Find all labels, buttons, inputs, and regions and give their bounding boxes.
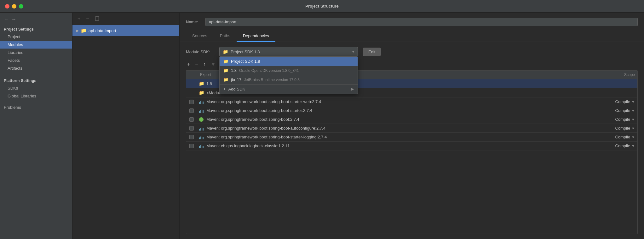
add-module-button[interactable]: + [76, 15, 82, 22]
maven-icon-3 [199, 126, 204, 131]
sdk-dropdown[interactable]: 📁 Project SDK 1.8 ▼ [219, 47, 358, 56]
sidebar-item-problems[interactable]: Problems [0, 102, 72, 111]
dropdown-folder-icon-0: 📁 [223, 59, 228, 64]
deps-icon-1 [198, 108, 205, 113]
deps-up-button[interactable]: ↑ [202, 61, 207, 68]
deps-check-0[interactable] [186, 100, 198, 104]
deps-row-1[interactable]: Maven: org.springframework.boot:spring-b… [186, 106, 637, 115]
dropdown-folder-icon-1: 📁 [223, 68, 228, 73]
tab-sources[interactable]: Sources [186, 30, 214, 42]
scope-arrow-0: ▼ [631, 100, 635, 104]
sdk-dropdown-arrow-icon: ▼ [351, 50, 355, 54]
scope-text-1: Compile [615, 108, 630, 113]
deps-header-scope: Scope [596, 73, 637, 77]
tabs-row: Sources Paths Dependencies [180, 30, 644, 42]
deps-name-0: Maven: org.springframework.boot:spring-b… [205, 99, 596, 104]
add-sdk-arrow-icon: ▶ [351, 87, 354, 91]
deps-add-button[interactable]: + [186, 61, 191, 68]
scope-text-3: Compile [615, 126, 630, 131]
tab-dependencies[interactable]: Dependencies [237, 30, 275, 42]
scope-text-4: Compile [615, 135, 630, 139]
deps-scope-0[interactable]: Compile ▼ [596, 99, 637, 104]
copy-module-button[interactable]: ❐ [94, 15, 101, 22]
checkbox-1[interactable] [189, 108, 194, 113]
maven-icon-4 [199, 135, 204, 139]
nav-back-button[interactable]: ← [4, 16, 9, 22]
deps-row-0[interactable]: Maven: org.springframework.boot:spring-b… [186, 97, 637, 106]
minimize-button[interactable] [12, 4, 16, 9]
deps-row-3[interactable]: Maven: org.springframework.boot:spring-b… [186, 124, 637, 133]
add-sdk-label: Add SDK [228, 87, 245, 91]
sdk-dropdown-popup: 📁 Project SDK 1.8 📁 1.8 Oracle OpenJDK v… [219, 56, 358, 94]
deps-row-5[interactable]: Maven: ch.qos.logback:logback-classic:1.… [186, 142, 637, 150]
deps-scope-4[interactable]: Compile ▼ [596, 135, 637, 139]
checkbox-2[interactable] [189, 117, 194, 122]
module-sdk-row: Module SDK: 📁 Project SDK 1.8 ▼ 📁 Projec… [186, 47, 638, 56]
deps-row-4[interactable]: Maven: org.springframework.boot:spring-b… [186, 133, 637, 142]
deps-icon-4 [198, 135, 205, 139]
checkbox-0[interactable] [189, 100, 194, 104]
dropdown-item-jbr17[interactable]: 📁 jbr-17 JetBrains Runtime version 17.0.… [220, 75, 358, 84]
dropdown-item-main-1: 1.8 [231, 68, 237, 73]
sdk-folder-icon: 📁 [223, 49, 228, 54]
sdk-dropdown-wrapper: 📁 Project SDK 1.8 ▼ 📁 Project SDK 1.8 📁 … [219, 47, 358, 56]
deps-check-3[interactable] [186, 126, 198, 131]
scope-arrow-2: ▼ [631, 118, 635, 121]
scope-arrow-1: ▼ [631, 109, 635, 113]
deps-check-2[interactable] [186, 117, 198, 122]
maximize-button[interactable] [19, 4, 23, 9]
deps-icon-2 [198, 117, 205, 122]
window-controls [5, 4, 23, 9]
module-name: api-data-import [89, 28, 116, 33]
deps-scope-2[interactable]: Compile ▼ [596, 117, 637, 122]
remove-module-button[interactable]: − [85, 15, 90, 22]
close-button[interactable] [5, 4, 9, 9]
deps-check-5[interactable] [186, 144, 198, 148]
sidebar-item-libraries[interactable]: Libraries [0, 49, 72, 56]
deps-check-4[interactable] [186, 135, 198, 139]
deps-scope-1[interactable]: Compile ▼ [596, 108, 637, 113]
module-folder-icon: 📁 [81, 28, 87, 33]
sdk-edit-button[interactable]: Edit [363, 48, 381, 56]
deps-table: Export Scope 📁 1.8 📁 [186, 70, 638, 234]
deps-more-button[interactable]: ▼ [210, 61, 217, 68]
sidebar-item-modules[interactable]: Modules [0, 41, 72, 49]
checkbox-3[interactable] [189, 126, 194, 131]
sdk-label: Module SDK: [186, 50, 214, 54]
module-expand-arrow: ▶ [76, 29, 79, 33]
nav-forward-button[interactable]: → [11, 16, 16, 22]
deps-scope-5[interactable]: Compile ▼ [596, 143, 637, 148]
sidebar-item-artifacts[interactable]: Artifacts [0, 64, 72, 72]
sidebar-item-facets[interactable]: Facets [0, 56, 72, 64]
sidebar-item-project[interactable]: Project [0, 33, 72, 41]
sidebar-item-sdks[interactable]: SDKs [0, 84, 72, 92]
tab-paths[interactable]: Paths [214, 30, 237, 42]
titlebar: Project Structure [0, 0, 644, 13]
deps-scope-3[interactable]: Compile ▼ [596, 126, 637, 131]
module-tree-panel: + − ❐ ▶ 📁 api-data-import [72, 13, 180, 239]
deps-icon-module: 📁 [198, 90, 205, 95]
sidebar-item-global-libraries[interactable]: Global Libraries [0, 92, 72, 100]
sidebar: ← → Project Settings Project Modules Lib… [0, 13, 72, 239]
module-name-input[interactable] [205, 18, 638, 26]
project-settings-label: Project Settings [0, 25, 72, 33]
dropdown-item-jdk18[interactable]: 📁 1.8 Oracle OpenJDK version 1.8.0_341 [220, 66, 358, 75]
deps-icon-sdk: 📁 [198, 81, 205, 86]
maven-icon-0 [199, 100, 204, 104]
dropdown-item-sub-2: JetBrains Runtime version 17.0.3 [244, 78, 300, 82]
window-title: Project Structure [305, 4, 338, 9]
deps-row-2[interactable]: Maven: org.springframework.boot:spring-b… [186, 115, 637, 124]
scope-text-0: Compile [615, 99, 630, 104]
deps-remove-button[interactable]: − [194, 61, 199, 68]
dependencies-area: Module SDK: 📁 Project SDK 1.8 ▼ 📁 Projec… [180, 42, 644, 239]
checkbox-5[interactable] [189, 144, 194, 148]
add-icon: + [223, 87, 226, 91]
dropdown-item-project-sdk[interactable]: 📁 Project SDK 1.8 [220, 57, 358, 66]
deps-check-1[interactable] [186, 108, 198, 113]
module-tree-row[interactable]: ▶ 📁 api-data-import [72, 25, 179, 36]
checkbox-4[interactable] [189, 135, 194, 139]
deps-name-5: Maven: ch.qos.logback:logback-classic:1.… [205, 143, 596, 148]
dropdown-add-sdk-row[interactable]: + Add SDK ▶ [220, 84, 358, 94]
module-tree-toolbar: + − ❐ [72, 13, 179, 25]
deps-name-2: Maven: org.springframework.boot:spring-b… [205, 117, 596, 122]
